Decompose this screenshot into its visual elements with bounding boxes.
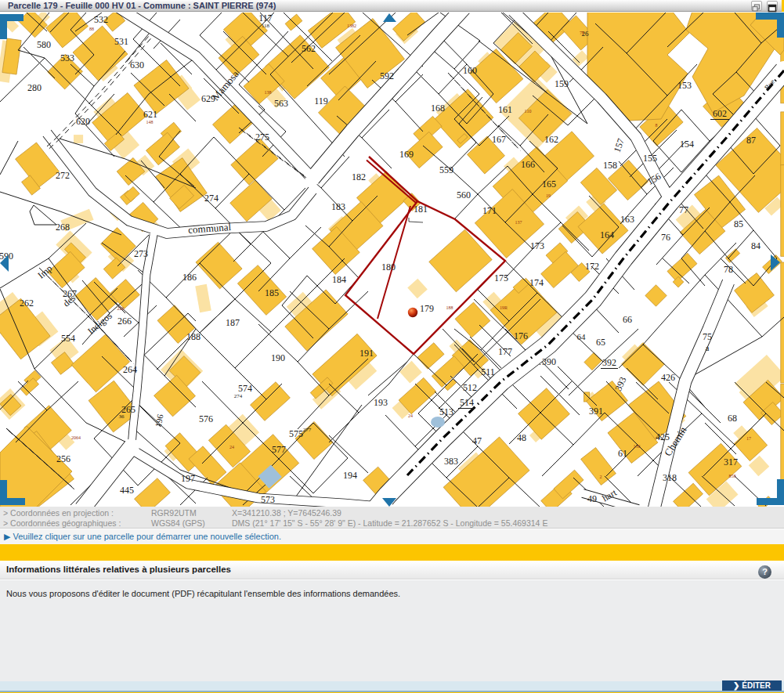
svg-text:163: 163 — [620, 214, 634, 225]
svg-text:575: 575 — [289, 428, 303, 439]
svg-text:153: 153 — [677, 80, 692, 91]
svg-text:167: 167 — [492, 134, 506, 145]
svg-text:2: 2 — [600, 475, 602, 479]
svg-text:164: 164 — [600, 229, 614, 240]
svg-text:272: 272 — [56, 170, 70, 181]
svg-text:165: 165 — [542, 179, 556, 189]
svg-text:268: 268 — [56, 222, 70, 233]
svg-text:75: 75 — [703, 331, 712, 342]
svg-text:277: 277 — [303, 427, 312, 433]
svg-text:274: 274 — [204, 193, 219, 204]
svg-text:576: 576 — [199, 413, 213, 424]
svg-text:166: 166 — [521, 159, 535, 170]
svg-text:858: 858 — [729, 474, 736, 478]
svg-text:262: 262 — [20, 298, 34, 309]
svg-text:78: 78 — [580, 31, 584, 35]
svg-text:531: 531 — [114, 36, 128, 47]
svg-text:391: 391 — [589, 406, 603, 417]
svg-text:383: 383 — [444, 456, 458, 467]
svg-text:318: 318 — [663, 472, 677, 483]
svg-text:19R: 19R — [500, 305, 508, 310]
svg-text:175: 175 — [494, 273, 508, 283]
svg-text:117: 117 — [258, 13, 273, 23]
svg-text:8: 8 — [656, 123, 658, 128]
svg-text:256: 256 — [56, 453, 70, 464]
svg-text:136: 136 — [634, 444, 641, 449]
svg-text:66: 66 — [623, 314, 632, 325]
svg-text:532: 532 — [94, 14, 108, 25]
svg-text:47: 47 — [472, 435, 482, 446]
svg-text:179: 179 — [420, 303, 434, 314]
svg-text:533: 533 — [60, 52, 74, 63]
svg-text:563: 563 — [274, 98, 288, 109]
svg-text:36: 36 — [119, 413, 125, 420]
svg-text:154: 154 — [680, 139, 694, 150]
svg-text:138: 138 — [265, 90, 272, 95]
svg-text:621: 621 — [143, 109, 157, 120]
svg-text:274: 274 — [234, 393, 243, 399]
svg-text:137: 137 — [515, 220, 522, 225]
svg-text:602: 602 — [713, 108, 727, 119]
svg-text:61: 61 — [618, 448, 627, 459]
svg-text:188: 188 — [446, 305, 453, 310]
svg-text:392: 392 — [602, 357, 616, 368]
svg-text:445: 445 — [120, 485, 134, 496]
svg-text:183: 183 — [331, 201, 345, 212]
svg-text:560: 560 — [457, 189, 471, 200]
svg-text:512: 512 — [463, 382, 477, 393]
svg-text:426: 426 — [661, 372, 675, 383]
svg-text:118: 118 — [262, 23, 270, 29]
svg-text:280: 280 — [27, 82, 42, 93]
svg-text:148: 148 — [146, 120, 154, 125]
svg-text:275: 275 — [255, 132, 269, 143]
svg-text:160: 160 — [463, 65, 477, 76]
svg-text:317: 317 — [724, 457, 738, 467]
svg-text:273: 273 — [134, 248, 148, 259]
svg-text:110: 110 — [525, 109, 532, 114]
svg-text:513: 513 — [439, 406, 453, 417]
svg-text:171: 171 — [482, 205, 497, 216]
svg-text:197: 197 — [181, 473, 195, 484]
svg-text:574: 574 — [238, 383, 252, 394]
svg-text:1382: 1382 — [347, 23, 356, 28]
svg-text:2064: 2064 — [71, 435, 81, 440]
svg-text:580: 580 — [37, 39, 51, 50]
svg-text:390: 390 — [542, 356, 556, 367]
svg-text:577: 577 — [272, 444, 286, 455]
svg-text:226: 226 — [117, 306, 125, 311]
svg-text:48: 48 — [517, 432, 526, 443]
svg-text:559: 559 — [439, 164, 453, 175]
svg-text:177: 177 — [498, 346, 512, 357]
svg-text:162: 162 — [544, 134, 558, 145]
svg-text:24: 24 — [408, 413, 413, 418]
svg-text:554: 554 — [61, 333, 75, 344]
svg-text:176: 176 — [514, 330, 528, 341]
svg-text:159: 159 — [555, 78, 569, 89]
svg-text:173: 173 — [530, 240, 544, 251]
svg-text:186: 186 — [182, 272, 197, 283]
svg-text:573: 573 — [261, 494, 275, 505]
svg-text:169: 169 — [399, 149, 414, 160]
svg-text:425: 425 — [656, 431, 670, 442]
svg-text:187: 187 — [226, 317, 240, 328]
svg-text:119: 119 — [314, 96, 328, 106]
svg-text:49: 49 — [587, 493, 597, 504]
svg-text:188: 188 — [186, 331, 201, 342]
svg-text:511: 511 — [481, 366, 495, 377]
svg-text:194: 194 — [343, 470, 357, 481]
svg-text:a: a — [706, 343, 710, 352]
svg-text:191: 191 — [359, 348, 374, 359]
svg-text:190: 190 — [271, 352, 285, 363]
svg-text:184: 184 — [332, 274, 346, 285]
svg-text:181: 181 — [414, 204, 428, 215]
svg-text:174: 174 — [529, 277, 544, 288]
svg-text:630: 630 — [130, 60, 144, 70]
svg-text:161: 161 — [498, 104, 512, 115]
svg-text:84: 84 — [751, 240, 761, 251]
svg-text:76: 76 — [661, 232, 670, 243]
svg-text:155: 155 — [643, 153, 657, 164]
svg-text:19: 19 — [546, 193, 551, 198]
svg-text:182: 182 — [352, 171, 366, 182]
svg-text:514: 514 — [460, 397, 474, 408]
svg-text:17: 17 — [746, 436, 751, 441]
